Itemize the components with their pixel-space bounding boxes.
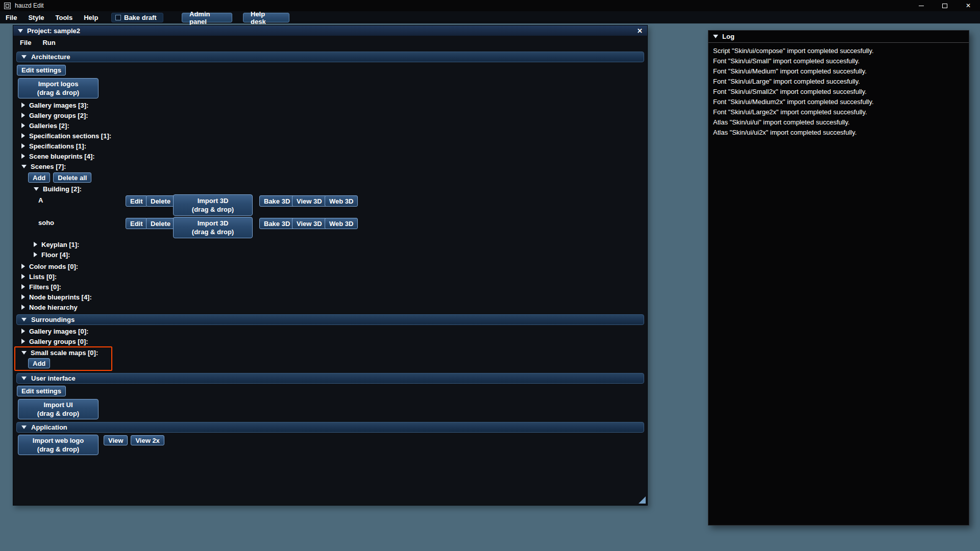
collapse-icon[interactable] bbox=[21, 165, 27, 168]
scene-a-edit-button[interactable]: Edit bbox=[126, 195, 148, 207]
collapse-user-interface-icon bbox=[21, 377, 27, 380]
project-panel-header[interactable]: Project: sample2 ✕ bbox=[13, 26, 647, 36]
tree-item-keyplan[interactable]: Keyplan [1]: bbox=[13, 239, 647, 249]
expand-icon[interactable] bbox=[34, 242, 37, 247]
tree-item-floor[interactable]: Floor [4]: bbox=[13, 249, 647, 260]
tree-item-specifications[interactable]: Specifications [1]: bbox=[13, 141, 647, 151]
minimize-icon bbox=[919, 6, 924, 6]
close-button[interactable]: ✕ bbox=[957, 0, 980, 11]
import-web-logo-dropzone[interactable]: Import web logo (drag & drop) bbox=[18, 435, 99, 455]
log-line: Font "Skin/ui/Medium2x" import completed… bbox=[713, 97, 964, 107]
project-menu-file[interactable]: File bbox=[20, 39, 31, 46]
tree-item-galleries[interactable]: Galleries [2]: bbox=[13, 120, 647, 131]
collapse-log-icon[interactable] bbox=[713, 35, 718, 38]
scene-soho-bake-3d-button[interactable]: Bake 3D bbox=[259, 218, 295, 229]
tree-item-scene-blueprints[interactable]: Scene blueprints [4]: bbox=[13, 151, 647, 161]
view-web-logo-button[interactable]: View bbox=[104, 435, 128, 445]
import-logos-line2: (drag & drop) bbox=[37, 88, 79, 97]
tree-item-building[interactable]: Building [2]: bbox=[13, 184, 647, 194]
collapse-architecture-icon bbox=[21, 55, 27, 59]
bake-draft-checkbox[interactable] bbox=[115, 15, 121, 20]
collapse-panel-icon[interactable] bbox=[18, 29, 23, 33]
tree-item-lists[interactable]: Lists [0]: bbox=[13, 271, 647, 282]
tree-item-filters[interactable]: Filters [0]: bbox=[13, 282, 647, 292]
expand-icon[interactable] bbox=[21, 133, 25, 138]
maximize-button[interactable] bbox=[933, 0, 957, 11]
import-ui-dropzone[interactable]: Import UI (drag & drop) bbox=[18, 399, 99, 419]
import-web-logo-line2: (drag & drop) bbox=[37, 445, 79, 454]
project-menu-run[interactable]: Run bbox=[42, 39, 55, 46]
tree-item-small-scale-maps[interactable]: Small scale maps [0]: bbox=[15, 347, 111, 358]
architecture-edit-settings-button[interactable]: Edit settings bbox=[17, 65, 66, 76]
tree-item-node-hierarchy[interactable]: Node hierarchy bbox=[13, 302, 647, 312]
scenes-actions: Add Delete all bbox=[13, 171, 647, 184]
scene-a-import-3d-dropzone[interactable]: Import 3D (drag & drop) bbox=[173, 194, 253, 216]
tree-item-node-blueprints[interactable]: Node blueprints [4]: bbox=[13, 292, 647, 302]
import-logos-dropzone[interactable]: Import logos (drag & drop) bbox=[18, 78, 99, 98]
scene-a-view-3d-button[interactable]: View 3D bbox=[292, 195, 327, 207]
resize-grip[interactable] bbox=[639, 496, 646, 504]
tree-item-gallery-groups[interactable]: Gallery groups [2]: bbox=[13, 110, 647, 120]
expand-icon[interactable] bbox=[21, 274, 25, 279]
window-title: hauzd Edit bbox=[15, 2, 44, 9]
expand-icon[interactable] bbox=[21, 264, 25, 269]
expand-icon[interactable] bbox=[21, 154, 25, 159]
help-desk-button[interactable]: Help desk bbox=[243, 13, 289, 22]
maximize-icon bbox=[942, 4, 947, 8]
tree-item-gallery-images[interactable]: Gallery images [3]: bbox=[13, 100, 647, 110]
import-ui-line1: Import UI bbox=[43, 400, 72, 409]
view-2x-web-logo-button[interactable]: View 2x bbox=[131, 435, 164, 445]
minimize-button[interactable] bbox=[910, 0, 933, 11]
bake-draft-button[interactable]: Bake draft bbox=[111, 13, 163, 22]
expand-icon[interactable] bbox=[34, 252, 37, 257]
scene-soho-web-3d-button[interactable]: Web 3D bbox=[325, 218, 358, 229]
section-surroundings-label: Surroundings bbox=[31, 316, 75, 323]
expand-icon[interactable] bbox=[21, 103, 25, 108]
scene-a-delete-button[interactable]: Delete bbox=[146, 195, 175, 207]
project-close-icon[interactable]: ✕ bbox=[637, 27, 643, 35]
log-line: Atlas "Skin/ui/ui2x" import completed su… bbox=[713, 128, 964, 138]
menu-tools[interactable]: Tools bbox=[50, 11, 78, 23]
scene-soho-view-3d-button[interactable]: View 3D bbox=[292, 218, 327, 229]
tree-item-surroundings-gallery-groups[interactable]: Gallery groups [0]: bbox=[13, 336, 647, 346]
expand-icon[interactable] bbox=[21, 294, 25, 299]
expand-icon[interactable] bbox=[21, 305, 25, 310]
expand-icon[interactable] bbox=[21, 143, 25, 148]
scene-soho-delete-button[interactable]: Delete bbox=[146, 218, 175, 229]
window-controls: ✕ bbox=[910, 0, 980, 11]
expand-icon[interactable] bbox=[21, 113, 25, 118]
section-architecture[interactable]: Architecture bbox=[16, 52, 644, 62]
scene-a-web-3d-button[interactable]: Web 3D bbox=[325, 195, 358, 207]
expand-icon[interactable] bbox=[21, 284, 25, 289]
menu-help[interactable]: Help bbox=[78, 11, 104, 23]
scenes-add-button[interactable]: Add bbox=[28, 172, 50, 183]
ui-edit-settings-button[interactable]: Edit settings bbox=[17, 386, 66, 396]
log-body: Script "Skin/ui/compose" import complete… bbox=[708, 43, 969, 141]
tree-item-scenes[interactable]: Scenes [7]: bbox=[13, 161, 647, 171]
tree-item-surroundings-gallery-images[interactable]: Gallery images [0]: bbox=[13, 326, 647, 336]
project-panel-menubar: File Run bbox=[13, 36, 647, 49]
log-panel-header[interactable]: Log bbox=[708, 31, 969, 43]
tree-item-specification-sections[interactable]: Specification sections [1]: bbox=[13, 131, 647, 141]
section-application-label: Application bbox=[31, 423, 67, 431]
menu-style[interactable]: Style bbox=[22, 11, 50, 23]
log-line: Font "Skin/ui/Small2x" import completed … bbox=[713, 87, 964, 97]
log-panel: Log Script "Skin/ui/compose" import comp… bbox=[708, 30, 969, 525]
scene-soho-edit-button[interactable]: Edit bbox=[126, 218, 148, 229]
expand-icon[interactable] bbox=[21, 339, 25, 344]
collapse-icon[interactable] bbox=[21, 351, 27, 355]
scenes-delete-all-button[interactable]: Delete all bbox=[53, 172, 91, 183]
admin-panel-button[interactable]: Admin panel bbox=[182, 13, 232, 22]
section-user-interface[interactable]: User interface bbox=[16, 373, 644, 384]
tree-item-color-mods[interactable]: Color mods [0]: bbox=[13, 261, 647, 271]
section-surroundings[interactable]: Surroundings bbox=[16, 314, 644, 325]
section-user-interface-label: User interface bbox=[31, 374, 76, 382]
section-application[interactable]: Application bbox=[16, 422, 644, 433]
scene-soho-import-3d-dropzone[interactable]: Import 3D (drag & drop) bbox=[173, 217, 253, 238]
small-scale-maps-add-button[interactable]: Add bbox=[28, 358, 50, 368]
collapse-icon[interactable] bbox=[34, 187, 39, 191]
expand-icon[interactable] bbox=[21, 123, 25, 128]
scene-a-bake-3d-button[interactable]: Bake 3D bbox=[259, 195, 295, 207]
expand-icon[interactable] bbox=[21, 329, 25, 334]
menu-file[interactable]: File bbox=[0, 11, 22, 23]
